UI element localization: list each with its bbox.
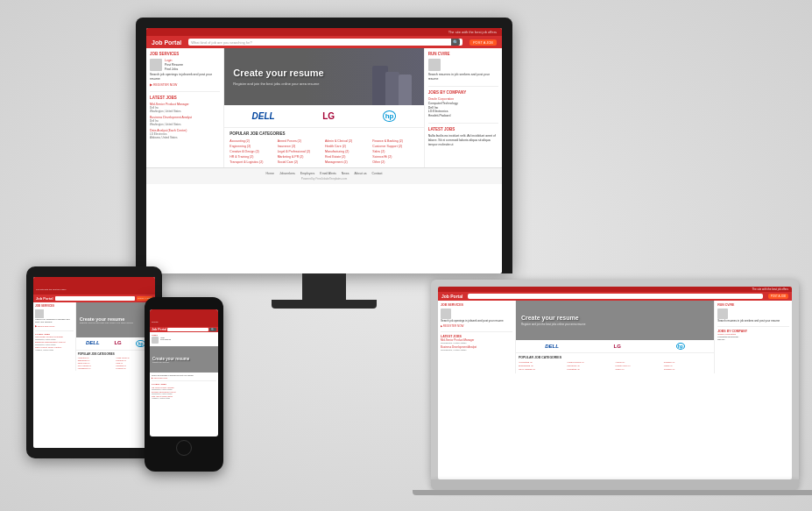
site-header-top: The site with the best job offers — [146, 28, 502, 36]
laptop-cat-5[interactable]: Engineering (2) — [519, 365, 566, 367]
phone-search[interactable] — [167, 328, 208, 331]
tablet-j1-loc: Washington, United States — [35, 338, 74, 340]
laptop-sidebar-desc: Search job openings in jobseek and post … — [441, 319, 512, 323]
cat-item[interactable]: HR & Training (2) — [229, 155, 275, 159]
laptop-cat-grid: Accounting (2) Armed Forces (2) Admin (2… — [519, 361, 711, 371]
cat-item[interactable]: Insurance (2) — [278, 145, 323, 148]
footer-jobseekers[interactable]: Jobseekers — [279, 172, 295, 175]
cat-item[interactable]: Admin & Clerical (2) — [325, 139, 371, 143]
company-5: Hewlett-Packard — [428, 114, 498, 118]
cat-item[interactable]: Engineering (2) — [229, 145, 275, 148]
cat-item[interactable]: Other (2) — [372, 160, 418, 164]
cat-item[interactable]: Customer Support (2) — [372, 145, 418, 148]
laptop-categories: POPULAR JOB CATEGORIES Accounting (2) Ar… — [516, 353, 714, 373]
search-button[interactable]: 🔍 — [451, 39, 460, 46]
footer-home[interactable]: Home — [266, 172, 274, 175]
footer-contact[interactable]: Contact — [371, 172, 382, 175]
laptop-cat-8[interactable]: Legal (2) — [664, 365, 711, 367]
jobs-by-company: JOBS BY COMPANY Oracle Corporation Compu… — [428, 86, 498, 118]
laptop-job-1-loc: Washington, United States — [441, 342, 512, 344]
laptop-post-job[interactable]: POST A JOB — [768, 294, 788, 299]
laptop-header[interactable]: Job Portal POST A JOB — [438, 292, 792, 301]
cat-item[interactable]: Legal & Professional (2) — [278, 150, 323, 153]
footer-nav: Home Jobseekers Employers Email Alerts N… — [150, 172, 498, 175]
laptop-tagline: The site with the best job offers — [752, 287, 788, 291]
tablet-header[interactable]: Job Portal POST A JOB — [33, 295, 155, 302]
phone-search-icon: 🔍 — [211, 328, 215, 331]
job-location-1: Washington, United States — [150, 110, 220, 113]
sidebar-left: JOB SERVICES Login Post Resume Find Jobs… — [146, 48, 224, 167]
footer-news[interactable]: News — [342, 172, 350, 175]
laptop-cat-6[interactable]: Insurance (2) — [567, 365, 614, 367]
laptop-cat-12[interactable]: Science (2) — [664, 368, 711, 371]
cat-item[interactable]: Accounting (2) — [229, 139, 275, 143]
tablet-hero: Create your resume Register and join the… — [76, 302, 155, 337]
tablet-cat-5[interactable]: Health Care (2) — [78, 362, 116, 364]
phone-search-btn[interactable]: 🔍 — [209, 328, 216, 331]
main-content: Create your resume Register and join the… — [224, 48, 423, 167]
register-link[interactable]: ▶ REGISTER NOW — [150, 83, 220, 87]
tablet-register[interactable]: ▶ REGISTER NOW — [35, 325, 74, 328]
cat-item[interactable]: Real Estate (2) — [325, 155, 371, 159]
phone-content: Search job openings in jobseek and post … — [150, 373, 218, 401]
job-location-3: Alabama, United States — [150, 136, 220, 139]
cat-item[interactable]: Finance & Banking (2) — [372, 139, 418, 143]
tablet-cat-9[interactable]: Management (2) — [78, 367, 116, 369]
cat-item[interactable]: Science/Hi (2) — [372, 155, 418, 159]
laptop-cat-11[interactable]: Sales (2) — [616, 368, 663, 371]
phone-user-row: Login Post Resume — [152, 337, 216, 344]
tablet-avatar — [35, 309, 44, 318]
phone-home-button[interactable] — [176, 440, 192, 456]
laptop-cat-3[interactable]: Admin (2) — [616, 361, 663, 364]
footer-about[interactable]: About us — [355, 172, 367, 175]
tablet-logo: Job Portal — [36, 296, 53, 301]
laptop-base-bottom — [413, 490, 812, 495]
tablet-lg: LG — [114, 340, 121, 347]
laptop-cat-9[interactable]: HR & Training (2) — [519, 368, 566, 371]
tablet-cat-3[interactable]: Engineering (2) — [78, 359, 116, 361]
cat-item[interactable]: Marketing & PR (2) — [278, 155, 323, 159]
laptop-search[interactable] — [468, 294, 762, 299]
laptop-hp: hp — [676, 343, 685, 350]
cat-item[interactable]: Health Care (2) — [325, 145, 371, 148]
cat-item[interactable]: Manufacturing (2) — [325, 150, 371, 153]
tablet-cat-1[interactable]: Accounting (2) — [78, 357, 116, 358]
tablet-cat-7[interactable]: HR & Training (2) — [78, 365, 116, 366]
tablet-j3-loc: Alabama, United States — [35, 349, 74, 351]
phone-hero: Create your resume Register and join job… — [150, 346, 218, 373]
site-header[interactable]: Job Portal What kind of job are you sear… — [146, 36, 502, 48]
laptop-logo: Job Portal — [441, 294, 462, 299]
laptop-cat-10[interactable]: Marketing (2) — [567, 368, 614, 371]
laptop-brands: DELL LG hp — [516, 340, 714, 353]
tablet-desc: Search job openings in jobseek and post … — [35, 318, 74, 323]
footer-email-alerts[interactable]: Email Alerts — [320, 172, 335, 175]
right-latest-desc: Nulla facilis ea incidunt velit. Ad inci… — [428, 134, 498, 147]
phone-desc: Search job openings in jobseek and post … — [152, 374, 216, 376]
search-box[interactable]: What kind of job are you searching for? … — [188, 39, 462, 46]
phone-hero-title: Create your resume — [152, 357, 189, 361]
laptop-register[interactable]: ▶ REGISTER NOW — [441, 324, 512, 328]
categories-section: POPULAR JOB CATEGORIES Accounting (2) Ar… — [224, 128, 423, 167]
laptop-cat-1[interactable]: Accounting (2) — [519, 361, 566, 364]
phone-register[interactable]: ▶ REGISTER NOW — [152, 377, 216, 379]
post-job-button[interactable]: POST A JOB — [470, 39, 497, 46]
laptop-cat-4[interactable]: Finance (2) — [664, 361, 711, 364]
cat-item[interactable]: Sales (2) — [372, 150, 418, 153]
tablet-search[interactable] — [55, 296, 135, 301]
tablet-brands: DELL LG hp — [76, 337, 155, 351]
laptop-hero: Create your resume Register and join the… — [516, 301, 714, 340]
laptop-cat-2[interactable]: Armed Forces (2) — [567, 361, 614, 364]
laptop-cat-7[interactable]: Health Care (2) — [616, 365, 663, 367]
phone-tagline: jobportal — [152, 321, 159, 323]
cat-item[interactable]: Transport & Logistics (2) — [229, 160, 275, 164]
monitor-stand-base — [272, 300, 377, 309]
job-location-2: Washington, United States — [150, 123, 220, 126]
cat-item[interactable]: Social Care (2) — [278, 160, 323, 164]
cat-item[interactable]: Management (2) — [325, 160, 371, 164]
footer-employers[interactable]: Employers — [300, 172, 315, 175]
phone-jobs-section: JOBS Login Post Resume — [150, 332, 218, 346]
laptop-co-3: Dell Inc — [717, 338, 789, 341]
phone-post-resume[interactable]: Post Resume — [160, 338, 171, 340]
cat-item[interactable]: Armed Forces (2) — [278, 139, 323, 143]
cat-item[interactable]: Creative & Design (2) — [229, 150, 275, 153]
